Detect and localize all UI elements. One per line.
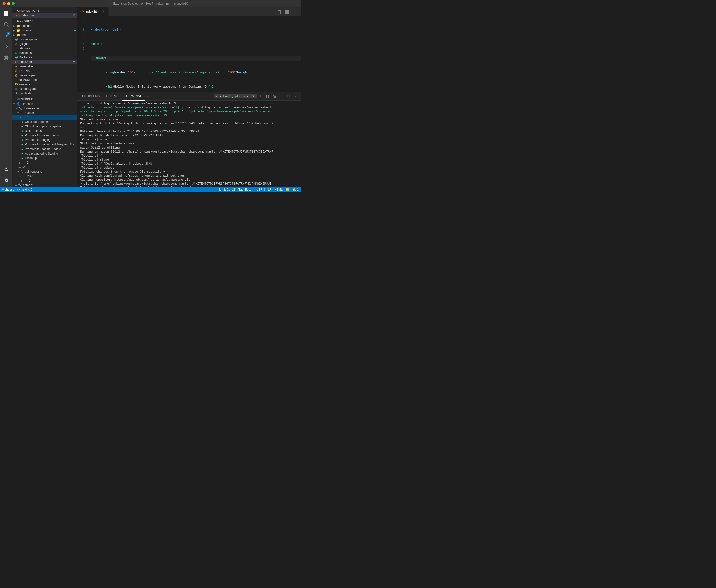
demo71-item[interactable]: ▶ 🔧 demo71 xyxy=(12,183,77,187)
promote-staging-pr-item[interactable]: ● Promote to Staging Pull Request #37 xyxy=(12,142,77,147)
close-button[interactable] xyxy=(2,2,5,5)
jstrachan-item[interactable]: ▼ 👤 jstrachan xyxy=(12,102,77,106)
gitignore-item[interactable]: ⊛ .gitignore xyxy=(12,42,77,46)
terminal-line: > git init /home/jenkins/workspace/jstra… xyxy=(80,182,298,186)
code-content[interactable]: <!doctype html> <html> <body> <img borde… xyxy=(87,16,301,92)
errors-status[interactable]: ⊗ 0 △ 0 xyxy=(22,188,32,191)
maximize-button[interactable] xyxy=(12,2,15,5)
jenkinsfile-item[interactable]: ♦ Jenkinsfile xyxy=(12,64,77,69)
step-label: Promote to Staging Pull Request #37 xyxy=(24,143,77,146)
open-editor-label: index.html xyxy=(20,14,73,17)
close-panel-icon[interactable]: × xyxy=(293,93,299,99)
jenkins-header: JENKINS X xyxy=(12,96,77,102)
license-item[interactable]: © LICENSE xyxy=(12,69,77,73)
stignore-item[interactable]: ▪ .stignore xyxy=(12,46,77,50)
open-editor-item-index-html[interactable]: </> index.html M xyxy=(12,13,77,18)
maximize-panel-icon[interactable]: □ xyxy=(286,93,292,99)
readme-item[interactable]: ℹ README.md xyxy=(12,78,77,82)
promote-staging-item[interactable]: ● Promote to Staging xyxy=(12,138,77,142)
vscode-item[interactable]: ▶ 📁 .vscode xyxy=(12,28,77,33)
tab-file-icon: </> xyxy=(80,9,84,13)
sync-status[interactable]: ⟳ xyxy=(17,188,20,191)
git-branch-status[interactable]: ⑂ cheese* xyxy=(2,188,15,191)
tab-index-html[interactable]: </> index.html × xyxy=(77,7,109,16)
dropdown-arrow-icon: ▼ xyxy=(252,94,254,98)
pr-branch-icon: ⑂ xyxy=(23,174,25,178)
build-success-icon: ✓ xyxy=(23,161,25,164)
terminal-line: Cloning with configured refspecs honoure… xyxy=(80,174,298,178)
source-control-activity-icon[interactable]: ⑂ 2 xyxy=(1,31,11,40)
stfolder-item[interactable]: ▶ 📁 .stfolder xyxy=(12,23,77,28)
build-3-item[interactable]: ▼ ✓ 3 xyxy=(12,115,77,120)
docker-icon: 🐳 xyxy=(14,38,18,41)
error-icon: ⊗ xyxy=(22,188,24,191)
language-mode[interactable]: HTML xyxy=(274,188,283,191)
dockerignore-item[interactable]: 🐳 .dockerignore xyxy=(12,37,77,42)
pr1-item[interactable]: ▼ ⑂ PR-1 xyxy=(12,174,77,178)
terminal-tab[interactable]: TERMINAL xyxy=(122,92,145,101)
skaffold-item[interactable]: ≡ skaffold.yaml xyxy=(12,87,77,91)
charts-item[interactable]: ▶ 📁 charts xyxy=(12,33,77,37)
promote-environments-item[interactable]: ● Promote to Environments xyxy=(12,133,77,138)
branch-name: cheese* xyxy=(4,188,15,191)
file-label: .gitignore xyxy=(18,42,77,46)
debug-activity-icon[interactable] xyxy=(1,42,11,51)
search-activity-icon[interactable] xyxy=(1,20,11,29)
layout-icon[interactable] xyxy=(284,8,291,16)
extensions-activity-icon[interactable] xyxy=(1,53,11,62)
expand-arrow: ▼ xyxy=(12,102,16,106)
split-editor-icon[interactable] xyxy=(275,8,283,16)
pr-icon: ⤵ xyxy=(21,170,23,173)
svg-rect-3 xyxy=(285,12,287,14)
panel-more-icon[interactable]: ··· xyxy=(145,94,151,98)
add-terminal-icon[interactable]: + xyxy=(258,93,264,99)
problems-tab[interactable]: PROBLEMS xyxy=(79,92,103,101)
error-count: 0 xyxy=(25,188,27,191)
files-activity-icon[interactable] xyxy=(1,9,11,18)
ci-build-item[interactable]: ● CI Build and push snapshot xyxy=(12,124,77,129)
checkout-source-item[interactable]: ● Checkout Source xyxy=(12,120,77,124)
jenkins-repo-icon: 🔧 xyxy=(18,107,22,110)
curlloop-item[interactable]: $ curlloop.sh xyxy=(12,50,77,55)
modified-indicator: M xyxy=(73,14,75,17)
pr1-build1-item[interactable]: ▶ ✓ 1 xyxy=(12,178,77,183)
terminal-line: maven-02012 is offline xyxy=(80,146,298,150)
window-controls[interactable] xyxy=(2,2,15,5)
trash-terminal-icon[interactable]: 🗑 xyxy=(271,93,278,99)
tabs-bar: </> index.html × … xyxy=(77,7,301,16)
tab-close-button[interactable]: × xyxy=(102,9,106,13)
file-label: curlloop.sh xyxy=(18,51,77,55)
activity-bar: ⑂ 2 xyxy=(0,7,12,187)
output-tab[interactable]: OUTPUT xyxy=(103,92,123,101)
code-line-3: <body> xyxy=(91,56,301,61)
folder-icon: 📁 xyxy=(16,28,20,32)
minimize-button[interactable] xyxy=(7,2,10,5)
settings-activity-icon[interactable] xyxy=(1,176,11,185)
svg-rect-2 xyxy=(285,10,289,12)
master-item[interactable]: ▼ ⑂ master xyxy=(12,111,77,115)
package-json-item[interactable]: {} package.json xyxy=(12,73,77,78)
app-promoted-item[interactable]: ● App promoted to Staging xyxy=(12,151,77,156)
split-terminal-icon[interactable] xyxy=(265,93,270,99)
terminal-select[interactable]: 2: Jenkins Log: jstrachan/cb: ▼ xyxy=(214,94,257,98)
chevron-up-icon[interactable]: ^ xyxy=(279,93,285,99)
watch-sh-item[interactable]: $ watch.sh xyxy=(12,91,77,96)
pull-requests-item[interactable]: ▼ ⤵ pull requests xyxy=(12,169,77,174)
build-label: 2 xyxy=(26,161,77,164)
build-1-item[interactable]: ▶ ✓ 1 xyxy=(12,165,77,169)
build-release-item[interactable]: ● Build Release xyxy=(12,129,77,133)
step-success-icon: ● xyxy=(21,147,23,151)
promote-staging-update-item[interactable]: ● Promote to Staging Update xyxy=(12,147,77,151)
open-editors-header: OPEN EDITORS xyxy=(12,7,77,13)
server-js-item[interactable]: JS server.js xyxy=(12,82,77,87)
index-html-item[interactable]: </> index.html M xyxy=(12,60,77,64)
cbawesome-item[interactable]: ▼ 🔧 cbawesome xyxy=(12,106,77,111)
expand-arrow: ▼ xyxy=(18,115,22,120)
notification-icon[interactable]: 🔔 1 xyxy=(292,188,299,191)
terminal-content[interactable]: jx get build log jstrachan/cbawesome/mas… xyxy=(77,101,301,187)
dockerfile-item[interactable]: 🐳 Dockerfile xyxy=(12,55,77,60)
more-options-icon[interactable]: … xyxy=(292,8,299,16)
build-2-item[interactable]: ▶ ✓ 2 xyxy=(12,160,77,165)
account-activity-icon[interactable] xyxy=(1,165,11,174)
cleanup-item[interactable]: ● Clean up xyxy=(12,156,77,160)
